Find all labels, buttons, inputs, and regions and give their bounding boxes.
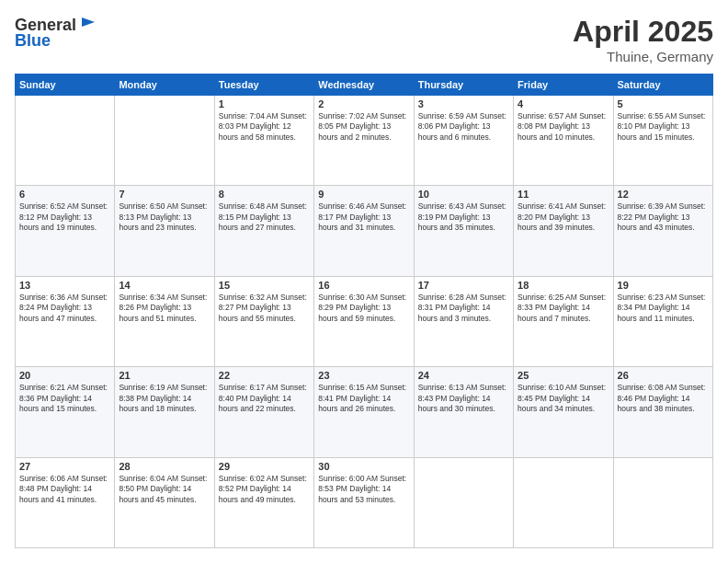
day-number: 10 <box>418 189 509 200</box>
calendar-cell-w2-d5: 11Sunrise: 6:41 AM Sunset: 8:20 PM Dayli… <box>514 186 613 276</box>
calendar-cell-w3-d4: 17Sunrise: 6:28 AM Sunset: 8:31 PM Dayli… <box>414 276 513 366</box>
day-info: Sunrise: 6:13 AM Sunset: 8:43 PM Dayligh… <box>418 383 509 414</box>
day-info: Sunrise: 6:15 AM Sunset: 8:41 PM Dayligh… <box>318 383 409 414</box>
calendar-cell-w2-d3: 9Sunrise: 6:46 AM Sunset: 8:17 PM Daylig… <box>314 186 414 276</box>
day-info: Sunrise: 6:06 AM Sunset: 8:48 PM Dayligh… <box>19 474 110 505</box>
calendar-header-row: Sunday Monday Tuesday Wednesday Thursday… <box>16 75 713 96</box>
day-number: 18 <box>518 280 609 291</box>
day-number: 9 <box>318 189 409 200</box>
calendar-week-1: 1Sunrise: 7:04 AM Sunset: 8:03 PM Daylig… <box>16 96 713 186</box>
day-number: 26 <box>618 370 709 381</box>
day-info: Sunrise: 6:41 AM Sunset: 8:20 PM Dayligh… <box>518 201 609 233</box>
calendar-cell-w1-d0 <box>16 96 115 186</box>
calendar-cell-w4-d6: 26Sunrise: 6:08 AM Sunset: 8:46 PM Dayli… <box>613 367 712 457</box>
day-info: Sunrise: 6:30 AM Sunset: 8:29 PM Dayligh… <box>318 293 409 324</box>
calendar-cell-w5-d3: 30Sunrise: 6:00 AM Sunset: 8:53 PM Dayli… <box>314 457 414 547</box>
calendar-cell-w1-d4: 3Sunrise: 6:59 AM Sunset: 8:06 PM Daylig… <box>414 96 513 186</box>
day-info: Sunrise: 6:59 AM Sunset: 8:06 PM Dayligh… <box>418 111 509 143</box>
calendar-title: April 2025 <box>573 15 713 49</box>
day-number: 12 <box>618 189 709 200</box>
calendar-cell-w1-d6: 5Sunrise: 6:55 AM Sunset: 8:10 PM Daylig… <box>613 96 712 186</box>
day-info: Sunrise: 6:23 AM Sunset: 8:34 PM Dayligh… <box>618 293 709 324</box>
day-number: 15 <box>219 280 310 291</box>
calendar-week-2: 6Sunrise: 6:52 AM Sunset: 8:12 PM Daylig… <box>16 186 713 276</box>
day-number: 24 <box>418 370 509 381</box>
day-number: 8 <box>219 189 310 200</box>
day-number: 23 <box>318 370 409 381</box>
day-info: Sunrise: 6:28 AM Sunset: 8:31 PM Dayligh… <box>418 293 509 324</box>
day-info: Sunrise: 6:17 AM Sunset: 8:40 PM Dayligh… <box>219 383 310 414</box>
day-number: 25 <box>518 370 609 381</box>
header: General Blue April 2025 Thuine, Germany <box>15 15 713 64</box>
day-info: Sunrise: 6:00 AM Sunset: 8:53 PM Dayligh… <box>318 474 409 505</box>
day-info: Sunrise: 6:10 AM Sunset: 8:45 PM Dayligh… <box>518 383 609 414</box>
calendar-cell-w2-d0: 6Sunrise: 6:52 AM Sunset: 8:12 PM Daylig… <box>16 186 115 276</box>
calendar-cell-w4-d0: 20Sunrise: 6:21 AM Sunset: 8:36 PM Dayli… <box>16 367 115 457</box>
title-block: April 2025 Thuine, Germany <box>573 15 713 64</box>
calendar-cell-w5-d5 <box>514 457 613 547</box>
col-thursday: Thursday <box>414 75 513 96</box>
col-wednesday: Wednesday <box>314 75 414 96</box>
day-number: 1 <box>219 98 310 109</box>
calendar-cell-w1-d2: 1Sunrise: 7:04 AM Sunset: 8:03 PM Daylig… <box>214 96 313 186</box>
calendar-cell-w2-d2: 8Sunrise: 6:48 AM Sunset: 8:15 PM Daylig… <box>214 186 313 276</box>
calendar-location: Thuine, Germany <box>573 49 713 64</box>
calendar-cell-w4-d2: 22Sunrise: 6:17 AM Sunset: 8:40 PM Dayli… <box>214 367 313 457</box>
day-info: Sunrise: 6:50 AM Sunset: 8:13 PM Dayligh… <box>119 201 210 233</box>
col-monday: Monday <box>115 75 214 96</box>
day-info: Sunrise: 6:08 AM Sunset: 8:46 PM Dayligh… <box>618 383 709 414</box>
day-info: Sunrise: 7:04 AM Sunset: 8:03 PM Dayligh… <box>219 111 310 143</box>
calendar-cell-w5-d6 <box>613 457 712 547</box>
calendar-cell-w5-d1: 28Sunrise: 6:04 AM Sunset: 8:50 PM Dayli… <box>115 457 214 547</box>
svg-marker-0 <box>82 17 95 27</box>
day-number: 5 <box>618 98 709 109</box>
col-tuesday: Tuesday <box>214 75 313 96</box>
calendar-cell-w3-d6: 19Sunrise: 6:23 AM Sunset: 8:34 PM Dayli… <box>613 276 712 366</box>
day-info: Sunrise: 7:02 AM Sunset: 8:05 PM Dayligh… <box>318 111 409 143</box>
calendar-cell-w4-d4: 24Sunrise: 6:13 AM Sunset: 8:43 PM Dayli… <box>414 367 513 457</box>
logo: General Blue <box>15 15 98 51</box>
calendar-cell-w5-d4 <box>414 457 513 547</box>
calendar-cell-w1-d1 <box>115 96 214 186</box>
col-saturday: Saturday <box>613 75 712 96</box>
day-number: 11 <box>518 189 609 200</box>
day-number: 6 <box>19 189 110 200</box>
calendar-cell-w1-d3: 2Sunrise: 7:02 AM Sunset: 8:05 PM Daylig… <box>314 96 414 186</box>
day-info: Sunrise: 6:19 AM Sunset: 8:38 PM Dayligh… <box>119 383 210 414</box>
day-number: 3 <box>418 98 509 109</box>
day-number: 21 <box>119 370 210 381</box>
calendar-cell-w4-d1: 21Sunrise: 6:19 AM Sunset: 8:38 PM Dayli… <box>115 367 214 457</box>
col-sunday: Sunday <box>16 75 115 96</box>
calendar-week-5: 27Sunrise: 6:06 AM Sunset: 8:48 PM Dayli… <box>16 457 713 547</box>
day-info: Sunrise: 6:34 AM Sunset: 8:26 PM Dayligh… <box>119 293 210 324</box>
day-number: 17 <box>418 280 509 291</box>
calendar-week-4: 20Sunrise: 6:21 AM Sunset: 8:36 PM Dayli… <box>16 367 713 457</box>
day-info: Sunrise: 6:52 AM Sunset: 8:12 PM Dayligh… <box>19 201 110 233</box>
day-number: 4 <box>518 98 609 109</box>
calendar-cell-w3-d3: 16Sunrise: 6:30 AM Sunset: 8:29 PM Dayli… <box>314 276 414 366</box>
calendar-cell-w1-d5: 4Sunrise: 6:57 AM Sunset: 8:08 PM Daylig… <box>514 96 613 186</box>
page: General Blue April 2025 Thuine, Germany … <box>0 0 728 563</box>
day-info: Sunrise: 6:32 AM Sunset: 8:27 PM Dayligh… <box>219 293 310 324</box>
calendar-week-3: 13Sunrise: 6:36 AM Sunset: 8:24 PM Dayli… <box>16 276 713 366</box>
day-info: Sunrise: 6:46 AM Sunset: 8:17 PM Dayligh… <box>318 201 409 233</box>
day-number: 2 <box>318 98 409 109</box>
day-number: 22 <box>219 370 310 381</box>
day-number: 29 <box>219 461 310 472</box>
day-number: 13 <box>19 280 110 291</box>
day-number: 16 <box>318 280 409 291</box>
calendar-cell-w5-d0: 27Sunrise: 6:06 AM Sunset: 8:48 PM Dayli… <box>16 457 115 547</box>
calendar-cell-w5-d2: 29Sunrise: 6:02 AM Sunset: 8:52 PM Dayli… <box>214 457 313 547</box>
day-info: Sunrise: 6:02 AM Sunset: 8:52 PM Dayligh… <box>219 474 310 505</box>
day-number: 14 <box>119 280 210 291</box>
day-number: 27 <box>19 461 110 472</box>
day-info: Sunrise: 6:55 AM Sunset: 8:10 PM Dayligh… <box>618 111 709 143</box>
day-number: 30 <box>318 461 409 472</box>
calendar-cell-w4-d3: 23Sunrise: 6:15 AM Sunset: 8:41 PM Dayli… <box>314 367 414 457</box>
day-info: Sunrise: 6:04 AM Sunset: 8:50 PM Dayligh… <box>119 474 210 505</box>
calendar-cell-w3-d2: 15Sunrise: 6:32 AM Sunset: 8:27 PM Dayli… <box>214 276 313 366</box>
day-number: 19 <box>618 280 709 291</box>
day-info: Sunrise: 6:36 AM Sunset: 8:24 PM Dayligh… <box>19 293 110 324</box>
calendar-cell-w3-d1: 14Sunrise: 6:34 AM Sunset: 8:26 PM Dayli… <box>115 276 214 366</box>
calendar-table: Sunday Monday Tuesday Wednesday Thursday… <box>15 74 713 548</box>
